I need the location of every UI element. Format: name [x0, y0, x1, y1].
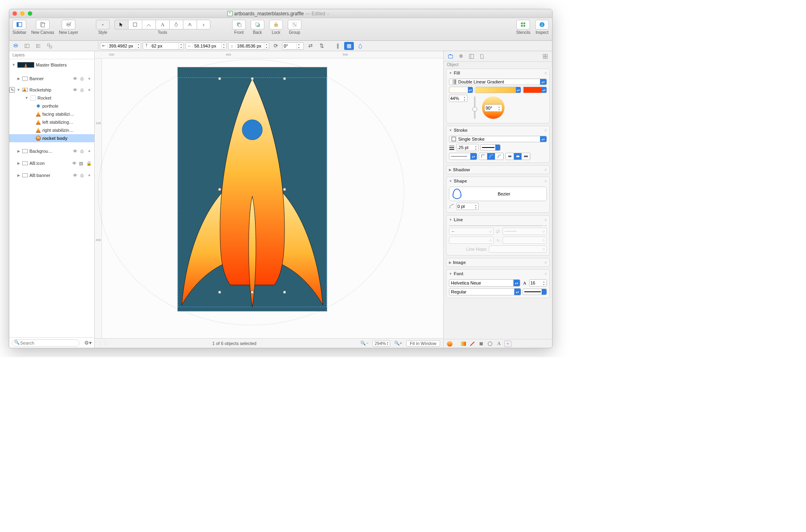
layers-tab-icon[interactable] [11, 42, 21, 50]
fill-color-2[interactable]: ▴▾ [475, 87, 521, 93]
lock-icon[interactable]: ⚬ [86, 149, 92, 154]
disclosure-icon[interactable]: ▶ [449, 261, 451, 264]
minimize-icon[interactable] [20, 11, 25, 16]
flip-h-icon[interactable]: ⇄ [305, 42, 315, 50]
visibility-icon[interactable]: 👁 [73, 76, 77, 81]
line-hops-select[interactable]: ◇ [489, 245, 547, 253]
disclosure-icon[interactable]: ▼ [449, 71, 452, 75]
midpoint-slider[interactable] [474, 96, 476, 119]
grip-icon[interactable]: ≡ [544, 272, 547, 276]
sidebar-toggle[interactable]: Sidebar [12, 20, 26, 35]
line-end-select[interactable]: ◇ [503, 228, 547, 235]
layer-ab-banner[interactable]: ▶ AB:banner 👁 ⎙ ⚬ [9, 171, 94, 179]
style-stroke-tab[interactable] [469, 341, 476, 347]
line-type-select[interactable]: ▴▾ [449, 225, 547, 226]
stroke-weight-field[interactable]: .25 pt▴▾ [456, 144, 479, 151]
maximize-icon[interactable] [28, 11, 32, 16]
h-field[interactable]: ↕▴▾ [228, 42, 269, 50]
layer-banner[interactable]: ▶ Banner 👁 ⎙ ⚬ [9, 75, 94, 83]
midpoint-field[interactable]: 44%▴▾ [449, 95, 467, 102]
w-field[interactable]: ↔▴▾ [185, 42, 226, 50]
stencils-button[interactable]: Stencils [516, 20, 530, 35]
grip-icon[interactable]: ≡ [544, 179, 547, 183]
document-tab-icon[interactable] [478, 52, 486, 60]
new-canvas-button[interactable]: + New Canvas [31, 20, 54, 35]
line-cap-a[interactable]: ◇ [449, 237, 494, 244]
pen-tool[interactable] [169, 20, 183, 29]
grid-view-icon[interactable] [541, 52, 550, 60]
grip-icon[interactable]: ≡ [544, 71, 547, 75]
close-icon[interactable] [12, 11, 17, 16]
object-tab-icon[interactable] [446, 52, 455, 60]
disclosure-icon[interactable]: ▼ [12, 63, 16, 67]
text-tool[interactable]: A [156, 20, 169, 29]
grip-icon[interactable]: ≡ [544, 260, 547, 265]
lock-icon[interactable]: ⚬ [86, 76, 92, 81]
print-icon[interactable]: ⎙ [79, 76, 85, 81]
y-field[interactable]: ⤒▴▾ [143, 42, 184, 50]
corner-radius-field[interactable]: 0 pt▴▾ [456, 203, 479, 210]
outline-tab-icon[interactable] [22, 42, 32, 50]
disclosure-icon[interactable]: ▶ [17, 173, 21, 177]
disclosure-icon[interactable]: ▼ [25, 96, 29, 100]
properties-tab-icon[interactable]: ⚙ [457, 52, 465, 60]
lock-icon[interactable]: 🔒 [86, 161, 92, 166]
font-color[interactable] [523, 289, 547, 295]
font-size-field[interactable]: 16▴▾ [529, 279, 547, 287]
grid-icon[interactable]: ▦ [344, 42, 354, 50]
new-layer-button[interactable]: + New Layer [59, 20, 78, 35]
group-rocket[interactable]: ▼ Rocket [9, 94, 94, 102]
font-weight-select[interactable]: Regular▴▾ [449, 288, 521, 295]
layer-background[interactable]: ▶ Backgrou… 👁 ⎙ ⚬ [9, 147, 94, 155]
disclosure-icon[interactable]: ▶ [449, 168, 451, 172]
shape-type-select[interactable]: Bezier [449, 187, 547, 201]
diagram-tool[interactable] [183, 20, 197, 29]
cap-style[interactable] [505, 153, 530, 160]
disclosure-icon[interactable]: ▼ [17, 88, 21, 92]
rotate-icon[interactable]: ⟳ [271, 42, 280, 50]
angle-field[interactable]: 90°▴▾ [484, 104, 502, 112]
zoom-out-icon[interactable]: 🔍− [360, 341, 368, 346]
obj-rocket-body[interactable]: rocket body [9, 134, 94, 142]
fill-type-select[interactable]: Double Linear Gradient ▴▾ [449, 79, 547, 85]
expand-tool[interactable]: › [197, 20, 210, 29]
x-field[interactable]: ⇤▴▾ [100, 42, 141, 50]
disclosure-icon[interactable]: ▶ [17, 161, 21, 165]
grip-icon[interactable]: ⋮⋮ [98, 341, 108, 346]
disclosure-icon[interactable]: ▼ [449, 218, 452, 222]
style-fill-tab[interactable] [446, 341, 453, 347]
canvas-viewport[interactable] [102, 58, 443, 338]
obj-facing-fin[interactable]: facing stabilizi… [9, 110, 94, 118]
flip-v-icon[interactable]: ⇅ [317, 42, 326, 50]
font-family-select[interactable]: Helvetica Neue▴▾ [449, 279, 520, 287]
style-button[interactable]: ▾ Style [96, 20, 110, 35]
zoom-level[interactable]: 294%▴▾ [372, 340, 390, 347]
dash-select[interactable]: ▴▾ [449, 153, 477, 160]
print-icon[interactable]: ⎙ [79, 87, 85, 92]
stroke-type-select[interactable]: Single Stroke ▴▾ [449, 136, 547, 142]
fit-window-button[interactable]: Fit in Window [406, 340, 440, 347]
visibility-icon[interactable]: 👁 [73, 173, 77, 178]
selection-tool[interactable] [114, 20, 128, 29]
layer-rocketship[interactable]: ✎ ▼ Rocketship 👁 ⎙ ⚬ [9, 86, 94, 94]
line-cap-b[interactable]: ◇ [503, 237, 547, 244]
corner-style[interactable] [479, 153, 504, 160]
chevron-down-icon[interactable]: ⌄ [327, 12, 330, 15]
style-add-tab[interactable]: + [504, 341, 511, 347]
style-gradient-tab[interactable] [460, 341, 467, 347]
disclosure-icon[interactable]: ▶ [17, 149, 21, 153]
grip-icon[interactable]: ≡ [544, 218, 547, 222]
lock-button[interactable]: Lock [269, 20, 283, 35]
style-text-tab[interactable]: A [495, 341, 503, 347]
obj-left-fin[interactable]: left stabilizing… [9, 118, 94, 126]
zoom-in-icon[interactable]: 🔍+ [394, 341, 402, 346]
disclosure-icon[interactable]: ▼ [449, 129, 452, 132]
layer-ab-icon[interactable]: ▶ AB:icon 👁 ▧ 🔒 [9, 159, 94, 167]
lock-icon[interactable]: ⚬ [86, 87, 92, 93]
front-button[interactable]: Front [232, 20, 246, 35]
obj-porthole[interactable]: porthole [9, 102, 94, 110]
line-start-select[interactable]: ←◇ [449, 228, 494, 235]
visibility-icon[interactable]: 👁 [73, 149, 77, 154]
disclosure-icon[interactable]: ▼ [449, 179, 452, 183]
swap-icon[interactable]: ⇄ [495, 229, 501, 234]
